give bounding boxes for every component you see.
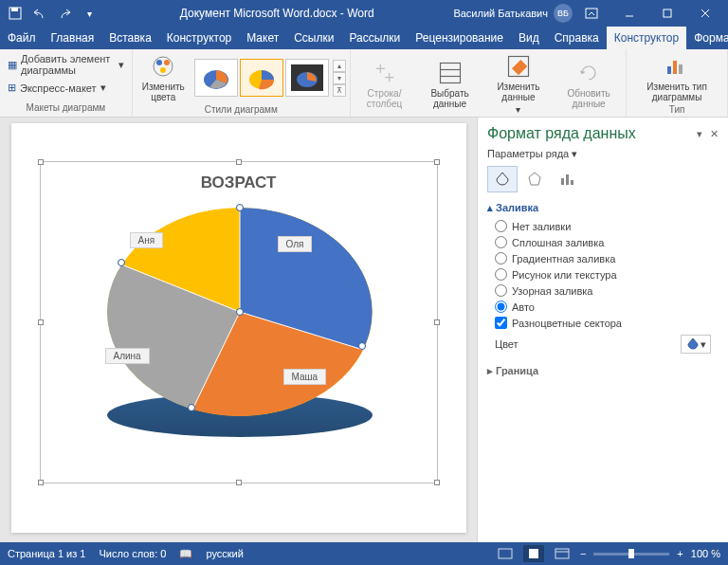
svg-rect-17 (667, 66, 671, 74)
tab-insert[interactable]: Вставка (101, 27, 159, 49)
svg-rect-26 (561, 178, 564, 185)
checkbox-vary-colors[interactable]: Разноцветные сектора (487, 315, 719, 331)
slice-label-anya[interactable]: Аня (130, 232, 164, 248)
tab-constructor[interactable]: Конструктор (159, 27, 239, 49)
radio-pattern-fill[interactable]: Узорная заливка (487, 282, 719, 299)
slice-label-masha[interactable]: Маша (283, 369, 327, 385)
svg-rect-2 (586, 9, 597, 18)
radio-picture-fill[interactable]: Рисунок или текстура (487, 266, 719, 282)
format-pane: Формат ряда данных ▾ ✕ Параметры ряда ▾ … (477, 118, 728, 542)
collapse-ribbon-icon[interactable]: ⌃ (711, 548, 724, 561)
tab-file[interactable]: Файл (0, 27, 44, 49)
tab-review[interactable]: Рецензирование (408, 27, 511, 49)
series-options-dropdown[interactable]: Параметры ряда ▾ (487, 148, 719, 160)
svg-rect-29 (499, 549, 512, 558)
tab-layout[interactable]: Макет (239, 27, 286, 49)
change-chart-type-button[interactable]: Изменить тип диаграммы (630, 51, 723, 104)
gallery-down-icon[interactable]: ▾ (333, 72, 346, 84)
workspace: ВОЗРАСТ (0, 118, 728, 542)
svg-point-8 (160, 67, 166, 73)
user-account[interactable]: Василий Батькавич ВБ (453, 4, 573, 23)
titlebar: ▾ Документ Microsoft Word.docx - Word Ва… (0, 0, 728, 27)
radio-no-fill[interactable]: Нет заливки (487, 218, 719, 234)
pane-options-icon[interactable]: ▾ (697, 128, 702, 140)
chart-style-3[interactable] (285, 59, 329, 97)
chart-title[interactable]: ВОЗРАСТ (41, 173, 437, 192)
undo-icon[interactable] (28, 2, 51, 25)
ribbon-options-icon[interactable] (573, 0, 610, 27)
page: ВОЗРАСТ (11, 123, 466, 533)
chart-styles-gallery: ▴ ▾ ⊼ (194, 59, 346, 97)
series-options-tab-icon[interactable] (552, 166, 582, 192)
web-layout-icon[interactable] (552, 545, 573, 562)
zoom-slider[interactable] (593, 553, 669, 556)
radio-auto-fill[interactable]: Авто (487, 299, 719, 315)
user-name: Василий Батькавич (453, 8, 548, 19)
svg-point-6 (156, 60, 162, 65)
radio-gradient-fill[interactable]: Градиентная заливка (487, 250, 719, 266)
svg-marker-25 (529, 173, 540, 185)
add-chart-element-button[interactable]: ▦Добавить элемент диаграммы ▾ (4, 51, 128, 78)
tab-help[interactable]: Справка (547, 27, 607, 49)
document-area[interactable]: ВОЗРАСТ (0, 118, 477, 542)
chart-style-2[interactable] (240, 59, 283, 97)
word-count[interactable]: Число слов: 0 (99, 548, 166, 559)
group-chart-layouts: Макеты диаграмм (4, 102, 128, 115)
statusbar: Страница 1 из 1 Число слов: 0 📖 русский … (0, 542, 728, 565)
language[interactable]: русский (206, 548, 243, 559)
read-mode-icon[interactable] (495, 545, 516, 562)
select-data-button[interactable]: Выбрать данные (418, 58, 482, 111)
close-icon[interactable] (686, 0, 724, 27)
user-badge: ВБ (554, 4, 573, 23)
change-colors-button[interactable]: Изменить цвета (136, 51, 191, 104)
fill-line-tab-icon[interactable] (487, 166, 518, 192)
border-section-header[interactable]: ▸ Граница (487, 365, 719, 377)
ribbon: ▦Добавить элемент диаграммы ▾ ⊞Экспресс-… (0, 49, 728, 118)
tab-chart-constructor[interactable]: Конструктор (607, 27, 686, 49)
document-title: Документ Microsoft Word.docx - Word (100, 7, 453, 20)
tab-home[interactable]: Главная (44, 27, 102, 49)
svg-rect-1 (11, 8, 18, 11)
zoom-out-icon[interactable]: − (580, 548, 586, 559)
quick-layout-button[interactable]: ⊞Экспресс-макет ▾ (4, 80, 110, 96)
svg-rect-4 (664, 9, 671, 17)
svg-point-7 (164, 60, 170, 65)
svg-rect-19 (679, 64, 682, 74)
color-picker-button[interactable]: ▾ (681, 335, 711, 354)
save-icon[interactable] (4, 2, 27, 25)
pane-close-icon[interactable]: ✕ (710, 128, 719, 140)
switch-row-col-button[interactable]: Строка/столбец (355, 58, 414, 111)
group-type: Тип (630, 104, 723, 117)
print-layout-icon[interactable] (523, 545, 544, 562)
edit-data-button[interactable]: Изменить данные ▾ (485, 51, 552, 117)
slice-label-alina[interactable]: Алина (105, 348, 150, 364)
effects-tab-icon[interactable] (519, 166, 550, 192)
zoom-in-icon[interactable]: + (677, 548, 682, 559)
radio-solid-fill[interactable]: Сплошная заливка (487, 234, 719, 250)
qat-customize-icon[interactable]: ▾ (78, 2, 100, 25)
svg-rect-18 (673, 61, 677, 74)
tab-references[interactable]: Ссылки (286, 27, 341, 49)
minimize-icon[interactable] (610, 0, 648, 27)
page-count[interactable]: Страница 1 из 1 (8, 548, 85, 559)
refresh-data-button[interactable]: Обновить данные (555, 58, 622, 111)
redo-icon[interactable] (53, 2, 76, 25)
maximize-icon[interactable] (648, 0, 686, 27)
tab-format[interactable]: Формат (686, 27, 728, 49)
svg-rect-30 (529, 549, 538, 558)
gallery-more-icon[interactable]: ⊼ (333, 84, 346, 97)
chart-object[interactable]: ВОЗРАСТ (40, 161, 438, 483)
svg-rect-31 (555, 549, 569, 558)
tab-view[interactable]: Вид (511, 27, 547, 49)
spellcheck-icon[interactable]: 📖 (179, 548, 192, 560)
tab-mailings[interactable]: Рассылки (341, 27, 408, 49)
slice-label-olya[interactable]: Оля (278, 236, 313, 252)
gallery-up-icon[interactable]: ▴ (333, 60, 346, 72)
svg-rect-27 (566, 174, 569, 185)
pie-chart[interactable]: Оля Маша Алина Аня (107, 208, 373, 454)
fill-section-header[interactable]: ▴ Заливка (487, 202, 719, 214)
chart-style-1[interactable] (194, 59, 238, 97)
svg-rect-13 (440, 63, 460, 82)
color-label: Цвет (495, 338, 673, 350)
svg-rect-28 (571, 180, 573, 185)
